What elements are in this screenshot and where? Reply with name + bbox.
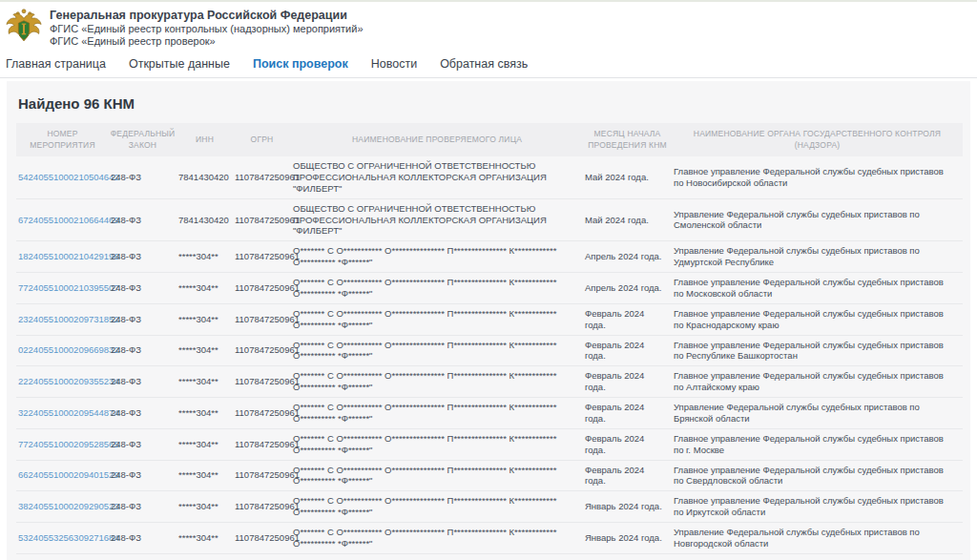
cell-inn: *****304**: [177, 466, 233, 485]
knm-number-link[interactable]: 53240553256309271684: [18, 532, 119, 543]
cell-law: 248-ФЗ: [109, 497, 177, 516]
cell-name: О******* С О*********** О***************…: [291, 241, 583, 272]
cell-authority: Главное управление Федеральной службы су…: [672, 366, 963, 397]
table-row: 67240551000210664469248-ФЗ78414304201107…: [16, 199, 963, 242]
org-title: Генеральная прокуратура Российской Федер…: [50, 9, 364, 23]
cell-name: ОБЩЕСТВО С ОГРАНИЧЕННОЙ ОТВЕТСТВЕННОСТЬЮ…: [291, 199, 583, 241]
column-header-1: ФЕДЕРАЛЬНЫЙ ЗАКОН: [109, 123, 177, 156]
search-results-panel: Найдено 96 КНМ НОМЕР МЕРОПРИЯТИЯФЕДЕРАЛЬ…: [7, 81, 970, 560]
cell-ogrn: 1107847250961: [233, 341, 291, 360]
column-header-2: ИНН: [177, 123, 233, 156]
cell-inn: *****304**: [177, 435, 233, 454]
nav-item-4[interactable]: Обратная связь: [440, 57, 528, 71]
cell-name: О******* С О*********** О***************…: [291, 429, 583, 460]
knm-number-link[interactable]: 77240551000210395507: [18, 282, 119, 293]
cell-ogrn: 1107847250961: [233, 497, 291, 516]
cell-month: Февраль 2024 года.: [583, 461, 672, 491]
cell-authority: Главное управление Федеральной службы су…: [672, 491, 963, 522]
cell-law: 248-ФЗ: [109, 310, 177, 329]
table-row: 32240551000209544874248-ФЗ*****304**1107…: [16, 398, 963, 429]
cell-name: О******* С О*********** О***************…: [291, 336, 583, 366]
cell-law: 248-ФЗ: [109, 404, 177, 423]
cell-law: 248-ФЗ: [109, 529, 177, 548]
emblem-column: [23, 25, 25, 34]
cell-ogrn: 1107847250961: [233, 211, 291, 230]
cell-authority: Управление Федеральной службы судебных п…: [672, 241, 963, 272]
cell-month: Февраль 2024 года.: [583, 366, 672, 397]
cell-authority: Управление Федеральной службы судебных п…: [672, 398, 963, 428]
table-row: 53240553256309271684248-ФЗ*****304**1107…: [16, 523, 963, 554]
knm-number-link[interactable]: 02240551000209669832: [18, 344, 119, 355]
knm-number-link[interactable]: 32240551000209544874: [18, 407, 119, 418]
nav-item-1[interactable]: Открытые данные: [129, 57, 230, 71]
cell-number: 18240551000210429196: [16, 247, 109, 266]
cell-number: 67240551000210664469: [16, 211, 109, 230]
knm-number-link[interactable]: 18240551000210429196: [18, 251, 119, 261]
cell-name: О******* С О*********** О***************…: [291, 491, 583, 522]
knm-number-link[interactable]: 22240551000209355234: [18, 376, 119, 386]
cell-number: 77240551000209528565: [16, 435, 109, 454]
knm-number-link[interactable]: 77240551000209528565: [18, 439, 119, 449]
cell-inn: *****304**: [177, 247, 233, 266]
cell-ogrn: 1107847250961: [233, 168, 291, 187]
cell-number: 32240551000209544874: [16, 404, 109, 423]
cell-name: ОБЩЕСТВО С ОГРАНИЧЕННОЙ ОТВЕТСТВЕННОСТЬЮ…: [291, 156, 583, 198]
cell-number: 02240551000209669832: [16, 341, 109, 360]
table-row: 38240551000209290523248-ФЗ*****304**1107…: [16, 491, 963, 523]
cell-inn: *****304**: [177, 404, 233, 423]
cell-ogrn: 1107847250961: [233, 466, 291, 485]
table-header-row: НОМЕР МЕРОПРИЯТИЯФЕДЕРАЛЬНЫЙ ЗАКОНИННОГР…: [16, 123, 963, 156]
fgis-subtitle-1: ФГИС «Единый реестр контрольных (надзорн…: [50, 23, 364, 35]
nav-item-2[interactable]: Поиск проверок: [253, 57, 348, 71]
cell-number: 66240551000209401529: [16, 466, 109, 485]
cell-inn: *****304**: [177, 310, 233, 329]
knm-number-link[interactable]: 23240551000209731852: [18, 314, 119, 324]
cell-month: Май 2024 года.: [583, 168, 672, 187]
cell-authority: Главное управление Федеральной службы су…: [672, 304, 963, 335]
knm-number-link[interactable]: 38240551000209290523: [18, 501, 119, 511]
results-count-title: Найдено 96 КНМ: [16, 81, 963, 123]
cell-law: 248-ФЗ: [109, 279, 177, 298]
cell-ogrn: 1107847250961: [233, 372, 291, 391]
cell-ogrn: 1107847250961: [233, 435, 291, 454]
cell-authority: Главное управление Федеральной службы су…: [672, 461, 963, 491]
cell-inn: *****304**: [177, 341, 233, 360]
knm-number-link[interactable]: 66240551000209401529: [18, 469, 119, 480]
cell-law: 248-ФЗ: [109, 341, 177, 360]
cell-law: 248-ФЗ: [109, 247, 177, 266]
cell-authority: Главное управление Федеральной службы су…: [672, 429, 963, 460]
cell-law: 248-ФЗ: [109, 211, 177, 230]
table-row: 23240551000209731852248-ФЗ*****304**1107…: [16, 304, 963, 336]
cell-law: 248-ФЗ: [109, 168, 177, 187]
cell-inn: *****304**: [177, 279, 233, 298]
cell-name: О******* С О*********** О***************…: [291, 523, 583, 553]
site-header: Генеральная прокуратура Российской Федер…: [0, 2, 977, 50]
cell-month: Февраль 2024 года.: [583, 398, 672, 428]
cell-month: Май 2024 года.: [583, 211, 672, 230]
knm-number-link[interactable]: 67240551000210664469: [18, 215, 119, 225]
cell-number: 53240553256309271684: [16, 529, 109, 548]
cell-inn: 7841430420: [177, 211, 233, 230]
cell-month: Январь 2024 года.: [583, 497, 672, 516]
prosecutor-emblem-icon: [5, 7, 43, 47]
cell-ogrn: 1107847250961: [233, 404, 291, 423]
cell-inn: *****304**: [177, 529, 233, 548]
cell-authority: Управление Федеральной службы судебных п…: [672, 523, 963, 553]
nav-item-0[interactable]: Главная страница: [6, 57, 106, 71]
fgis-subtitle-2: ФГИС «Единый реестр проверок»: [50, 35, 364, 48]
cell-authority: Главное управление Федеральной службы су…: [672, 273, 963, 303]
table-row: 77240551000209528565248-ФЗ*****304**1107…: [16, 429, 963, 461]
cell-month: Февраль 2024 года.: [583, 304, 672, 335]
knm-number-link[interactable]: 54240551000210504642: [18, 172, 119, 182]
column-header-4: НАИМЕНОВАНИЕ ПРОВЕРЯЕМОГО ЛИЦА: [291, 123, 583, 156]
column-header-0: НОМЕР МЕРОПРИЯТИЯ: [16, 123, 109, 156]
nav-item-3[interactable]: Новости: [371, 57, 417, 71]
cell-authority: Главное управление Федеральной службы су…: [672, 336, 963, 366]
table-row: 22240551000209355234248-ФЗ*****304**1107…: [16, 366, 963, 398]
cell-authority: Главное управление Федеральной службы су…: [672, 554, 963, 560]
cell-ogrn: 1107847250961: [233, 529, 291, 548]
cell-ogrn: 1107847250961: [233, 310, 291, 329]
cell-law: 248-ФЗ: [109, 435, 177, 454]
table-body: 54240551000210504642248-ФЗ78414304201107…: [16, 156, 963, 560]
cell-law: 248-ФЗ: [109, 466, 177, 485]
